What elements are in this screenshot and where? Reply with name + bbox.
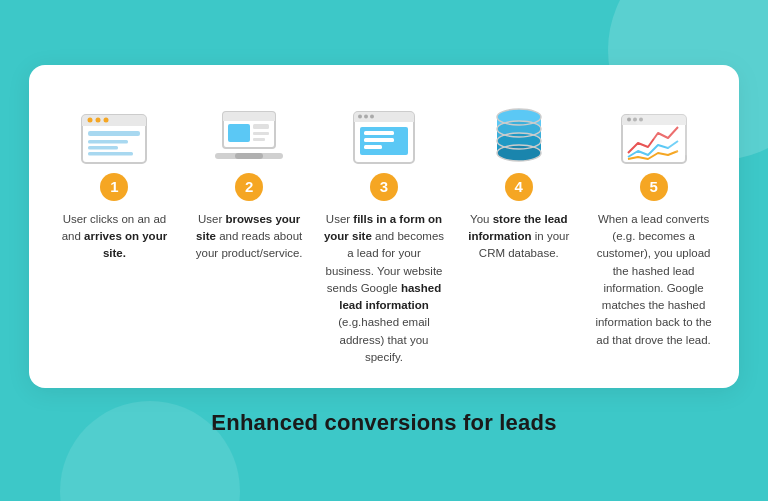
step-3: 3 User fills in a form on your site and … xyxy=(319,93,450,366)
svg-rect-28 xyxy=(364,145,382,149)
step-4: 4 You store the lead information in your… xyxy=(453,93,584,263)
database-icon xyxy=(493,107,545,165)
svg-point-5 xyxy=(104,117,109,122)
svg-rect-14 xyxy=(253,124,269,129)
svg-point-4 xyxy=(96,117,101,122)
svg-point-23 xyxy=(364,114,368,118)
step-4-icon-area xyxy=(493,93,545,165)
svg-rect-18 xyxy=(235,153,263,159)
step-2: 2 User browses your site and reads about… xyxy=(184,93,315,263)
svg-rect-27 xyxy=(364,138,394,142)
form-icon xyxy=(352,110,416,165)
laptop-icon xyxy=(213,110,285,165)
svg-point-22 xyxy=(358,114,362,118)
svg-rect-2 xyxy=(82,122,146,126)
step-1: 1 User clicks on an ad and arrives on yo… xyxy=(49,93,180,263)
step-3-icon-area xyxy=(352,93,416,165)
browser-icon xyxy=(80,113,148,165)
svg-point-3 xyxy=(88,117,93,122)
step-5-text: When a lead converts (e.g. becomes a cus… xyxy=(592,211,715,349)
step-4-badge: 4 xyxy=(505,173,533,201)
svg-rect-13 xyxy=(228,124,250,142)
svg-point-43 xyxy=(627,117,631,121)
svg-rect-6 xyxy=(88,131,140,136)
page-title: Enhanced conversions for leads xyxy=(211,410,556,436)
step-2-text: User browses your site and reads about y… xyxy=(188,211,311,263)
svg-rect-7 xyxy=(88,140,128,144)
steps-row: 1 User clicks on an ad and arrives on yo… xyxy=(49,93,719,366)
svg-rect-9 xyxy=(88,152,133,156)
step-1-icon-area xyxy=(80,93,148,165)
svg-rect-16 xyxy=(253,138,265,141)
step-2-icon-area xyxy=(213,93,285,165)
step-3-badge: 3 xyxy=(370,173,398,201)
step-1-text: User clicks on an ad and arrives on your… xyxy=(53,211,176,263)
svg-rect-21 xyxy=(354,119,414,122)
step-4-text: You store the lead information in your C… xyxy=(457,211,580,263)
step-2-badge: 2 xyxy=(235,173,263,201)
svg-point-24 xyxy=(370,114,374,118)
step-3-text: User fills in a form on your site and be… xyxy=(323,211,446,366)
svg-rect-8 xyxy=(88,146,118,150)
svg-rect-15 xyxy=(253,132,269,135)
svg-rect-26 xyxy=(364,131,394,135)
step-5-badge: 5 xyxy=(640,173,668,201)
svg-rect-12 xyxy=(223,118,275,121)
step-1-badge: 1 xyxy=(100,173,128,201)
